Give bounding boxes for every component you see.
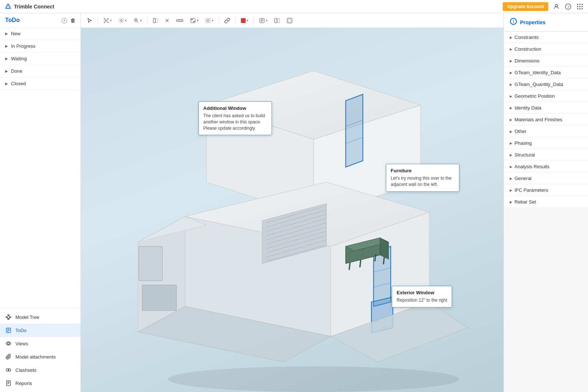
todo-group-new[interactable]: ▶New <box>0 28 80 40</box>
person-icon[interactable] <box>553 3 560 10</box>
prop-chevron-icon: ▶ <box>510 71 512 75</box>
prop-chevron-icon: ▶ <box>510 188 512 192</box>
prop-chevron-icon: ▶ <box>510 141 512 145</box>
color-swatch <box>241 18 246 23</box>
prop-chevron-icon: ▶ <box>510 106 512 110</box>
prop-chevron-icon: ▶ <box>510 177 512 180</box>
todo-group-closed[interactable]: ▶Closed <box>0 78 80 90</box>
prop-item-ifc-parameters[interactable]: ▶ IFC Parameters <box>504 184 588 196</box>
properties-header: Properties <box>504 13 588 32</box>
color-button[interactable]: ▾ <box>239 17 251 25</box>
todo-group-label: New <box>11 31 21 36</box>
svg-point-34 <box>104 18 105 19</box>
svg-rect-78 <box>142 285 176 311</box>
help-icon[interactable]: ? <box>564 3 572 10</box>
svg-rect-16 <box>6 317 7 318</box>
grid-icon[interactable] <box>576 3 584 10</box>
prop-item-structural[interactable]: ▶ Structural <box>504 149 588 161</box>
svg-rect-7 <box>580 4 581 5</box>
measure-tool-button[interactable] <box>174 16 186 25</box>
svg-rect-12 <box>577 8 578 9</box>
prop-item-phasing[interactable]: ▶ Phasing <box>504 137 588 149</box>
todo-group-list: ▶New▶In Progress▶Waiting▶Done▶Closed <box>0 28 80 308</box>
sidebar-nav-label: Reports <box>15 381 32 386</box>
svg-point-37 <box>107 22 108 23</box>
svg-point-54 <box>193 21 194 22</box>
sidebar-nav-label: Clashsets <box>15 367 36 373</box>
svg-marker-69 <box>346 94 363 167</box>
sidebar-nav-label: Views <box>15 341 28 346</box>
toolbar: ▾ ▾ ▾ ✕ <box>81 13 503 28</box>
prop-item-dimensions[interactable]: ▶ Dimensions <box>504 55 588 67</box>
clock-icon[interactable]: 🕐 <box>61 18 67 24</box>
section-tool-button[interactable] <box>150 16 161 25</box>
reports-icon <box>5 380 12 386</box>
prop-item-materials-finishes[interactable]: ▶ Materials and Finishes <box>504 114 588 126</box>
clip-tool-button[interactable]: ▾ <box>188 16 201 25</box>
prop-item-gteam-quantity[interactable]: ▶ GTeam_Quantity_Data <box>504 79 588 90</box>
compare-tool-button[interactable] <box>272 16 282 25</box>
prop-item-label: Structural <box>514 152 535 158</box>
prop-item-identity-data[interactable]: ▶ Identity Data <box>504 102 588 114</box>
sidebar-nav-views[interactable]: Views <box>0 337 80 350</box>
connect-tool-button[interactable]: ▾ <box>101 16 114 25</box>
todo-title: ToDo <box>5 17 20 23</box>
svg-rect-15 <box>8 314 9 316</box>
sidebar-nav-label: Model attachments <box>15 354 56 360</box>
todo-group-waiting[interactable]: ▶Waiting <box>0 53 80 65</box>
svg-rect-77 <box>139 247 162 281</box>
svg-rect-17 <box>10 317 11 318</box>
toolbar-separator-4 <box>235 17 236 24</box>
upgrade-button[interactable]: Upgrade Account <box>503 2 548 11</box>
svg-point-53 <box>191 19 193 20</box>
annotation-exterior-title: Exterior Window <box>397 290 447 295</box>
select-tool-button[interactable] <box>85 16 95 25</box>
todo-group-done[interactable]: ▶Done <box>0 65 80 78</box>
model-tool-button[interactable] <box>284 16 295 25</box>
viewport[interactable]: Additional Window The client has asked u… <box>81 28 503 392</box>
svg-line-100 <box>383 257 384 265</box>
link-tool-button[interactable] <box>222 16 232 25</box>
sidebar-nav-attachments[interactable]: Model attachments <box>0 350 80 363</box>
prop-chevron-icon: ▶ <box>510 130 512 133</box>
svg-line-99 <box>375 254 376 262</box>
prop-item-label: Construction <box>514 46 541 52</box>
todo-group-label: In Progress <box>11 43 35 49</box>
trash-icon[interactable]: 🗑 <box>70 18 75 24</box>
prop-item-geometric-position[interactable]: ▶ Geometric Position <box>504 90 588 102</box>
attachments-icon <box>5 353 12 360</box>
right-sidebar: Properties ▶ Constraints ▶ Construction … <box>503 13 588 392</box>
top-nav-right: Upgrade Account ? <box>503 2 584 11</box>
prop-item-label: Materials and Finishes <box>514 117 562 122</box>
sidebar-nav-todo[interactable]: ToDo <box>0 324 80 337</box>
annotation-additional-window[interactable]: Additional Window The client has asked u… <box>198 101 272 135</box>
markup-tool-button[interactable]: ▾ <box>257 16 270 25</box>
prop-item-gteam-identity[interactable]: ▶ GTeam_Identity_Data <box>504 67 588 79</box>
orbit-tool-button[interactable]: ▾ <box>116 16 129 25</box>
annotation-window-text: The client has asked us to build another… <box>203 113 267 131</box>
svg-line-43 <box>137 21 138 22</box>
sidebar-nav-reports[interactable]: Reports <box>0 377 80 390</box>
prop-item-other[interactable]: ▶ Other <box>504 126 588 137</box>
close-tool-button[interactable]: ✕ <box>163 16 172 25</box>
todo-group-in-progress[interactable]: ▶In Progress <box>0 40 80 53</box>
prop-item-rebar-set[interactable]: ▶ Rebar Set <box>504 196 588 208</box>
top-nav-left: Trimble Connect <box>4 3 54 10</box>
svg-text:?: ? <box>567 4 570 8</box>
annotation-window-title: Additional Window <box>203 105 267 111</box>
prop-item-analysis-results[interactable]: ▶ Analysis Results <box>504 161 588 173</box>
prop-item-construction[interactable]: ▶ Construction <box>504 43 588 55</box>
prop-item-constraints[interactable]: ▶ Constraints <box>504 32 588 43</box>
svg-line-39 <box>107 19 107 20</box>
sidebar-nav-model-tree[interactable]: Model Tree <box>0 310 80 324</box>
toolbar-separator-5 <box>254 17 254 24</box>
prop-item-general[interactable]: ▶ General <box>504 173 588 184</box>
annotation-exterior-window[interactable]: Exterior Window Reposition 12" to the ri… <box>392 286 452 308</box>
chevron-icon: ▶ <box>5 69 8 73</box>
building-3d <box>81 28 503 392</box>
zoom-tool-button[interactable]: ▾ <box>131 16 144 25</box>
sidebar-nav-clashsets[interactable]: Clashsets <box>0 363 80 377</box>
annotation-furniture[interactable]: Furniture Let's try moving this over to … <box>386 164 459 192</box>
filter-tool-button[interactable]: ▾ <box>203 16 216 25</box>
svg-point-35 <box>107 18 108 19</box>
